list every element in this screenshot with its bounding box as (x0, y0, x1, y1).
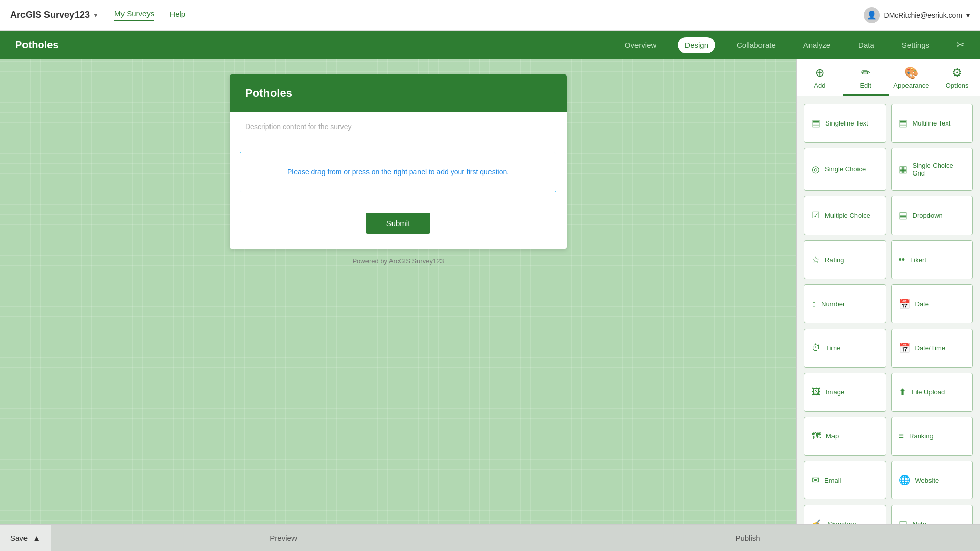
user-menu[interactable]: 👤 DMcRitchie@esriuk.com ▾ (864, 7, 970, 23)
appearance-icon: 🎨 (904, 66, 918, 80)
qtype-label-8: Number (821, 300, 845, 308)
question-type-date[interactable]: 📅Date (891, 284, 973, 323)
qtype-icon-4: ☑ (812, 210, 820, 221)
qtype-icon-16: ✉ (812, 474, 819, 486)
tab-add[interactable]: ⊕ Add (797, 59, 843, 96)
username: DMcRitchie@esriuk.com (884, 11, 962, 19)
qtype-label-6: Rating (825, 256, 844, 264)
tab-options-label: Options (946, 82, 969, 89)
logo-text: ArcGIS Survey123 (10, 10, 90, 20)
qtype-label-15: Ranking (909, 432, 934, 440)
survey-card: Potholes Description content for the sur… (230, 74, 567, 249)
survey-card-header: Potholes (230, 74, 567, 112)
survey-submit-area: Submit (230, 203, 567, 249)
question-type-ranking[interactable]: ≡Ranking (891, 417, 973, 456)
qtype-icon-6: ☆ (812, 254, 820, 265)
submit-button[interactable]: Submit (366, 213, 431, 234)
drop-hint: Please drag from or press on the right p… (287, 168, 509, 176)
tab-appearance-label: Appearance (893, 82, 929, 89)
qtype-icon-13: ⬆ (899, 387, 906, 398)
logo-dropdown-arrow[interactable]: ▼ (93, 12, 99, 19)
qtype-icon-7: •• (899, 255, 905, 265)
save-area[interactable]: Save ▲ (0, 525, 51, 551)
qtype-icon-11: 📅 (899, 342, 910, 354)
bottom-bar: Save ▲ Preview Publish (0, 524, 980, 551)
question-type-date/time[interactable]: 📅Date/Time (891, 329, 973, 368)
options-icon: ⚙ (952, 66, 962, 80)
qtype-icon-2: ◎ (812, 164, 820, 175)
qtype-label-16: Email (824, 477, 841, 484)
app-logo[interactable]: ArcGIS Survey123 ▼ (10, 10, 99, 20)
qtype-label-17: Website (915, 477, 939, 484)
question-type-multiple-choice[interactable]: ☑Multiple Choice (804, 196, 886, 235)
qtype-icon-8: ↕ (812, 298, 816, 309)
survey-card-title: Potholes (245, 87, 292, 99)
survey-title: Potholes (15, 39, 58, 51)
scissors-icon[interactable]: ✂ (956, 39, 965, 51)
top-navigation: ArcGIS Survey123 ▼ My Surveys Help 👤 DMc… (0, 0, 980, 31)
question-type-website[interactable]: 🌐Website (891, 461, 973, 500)
question-type-multiline-text[interactable]: ▤Multiline Text (891, 104, 973, 143)
qtype-icon-5: ▤ (899, 210, 908, 221)
survey-description[interactable]: Description content for the survey (230, 112, 567, 141)
right-panel: ⊕ Add ✏ Edit 🎨 Appearance ⚙ Options ▤Sin… (796, 59, 980, 551)
tab-edit[interactable]: ✏ Edit (843, 59, 889, 96)
question-type-single-choice[interactable]: ◎Single Choice (804, 148, 886, 191)
nav-overview[interactable]: Overview (619, 38, 663, 53)
qtype-icon-9: 📅 (899, 298, 910, 310)
question-type-singleline-text[interactable]: ▤Singleline Text (804, 104, 886, 143)
qtype-icon-17: 🌐 (899, 474, 910, 486)
qtype-icon-0: ▤ (812, 117, 820, 129)
nav-analyze[interactable]: Analyze (797, 38, 837, 53)
qtype-icon-12: 🖼 (812, 387, 821, 397)
nav-design[interactable]: Design (678, 37, 715, 53)
qtype-icon-10: ⏱ (812, 343, 821, 354)
qtype-label-9: Date (915, 300, 929, 308)
survey-drop-zone[interactable]: Please drag from or press on the right p… (240, 152, 556, 192)
question-type-number[interactable]: ↕Number (804, 284, 886, 323)
question-type-map[interactable]: 🗺Map (804, 417, 886, 456)
nav-collaborate[interactable]: Collaborate (730, 38, 782, 53)
tab-options[interactable]: ⚙ Options (934, 59, 980, 96)
question-type-time[interactable]: ⏱Time (804, 329, 886, 368)
qtype-label-14: Map (826, 432, 839, 440)
qtype-icon-15: ≡ (899, 431, 904, 441)
qtype-label-5: Dropdown (913, 212, 943, 219)
right-panel-tabs: ⊕ Add ✏ Edit 🎨 Appearance ⚙ Options (797, 59, 980, 96)
tab-appearance[interactable]: 🎨 Appearance (889, 59, 935, 96)
nav-data[interactable]: Data (852, 38, 880, 53)
qtype-label-10: Time (826, 344, 840, 352)
qtype-icon-1: ▤ (899, 117, 908, 129)
qtype-label-13: File Upload (912, 388, 945, 396)
survey-nav: Overview Design Collaborate Analyze Data… (619, 37, 936, 53)
qtype-label-1: Multiline Text (913, 119, 951, 127)
help-link[interactable]: Help (169, 10, 185, 20)
qtype-label-2: Single Choice (825, 165, 866, 173)
edit-icon: ✏ (861, 66, 870, 80)
publish-button[interactable]: Publish (516, 525, 980, 551)
question-type-email[interactable]: ✉Email (804, 461, 886, 500)
question-type-file-upload[interactable]: ⬆File Upload (891, 373, 973, 412)
main-content: Potholes Description content for the sur… (0, 59, 980, 551)
qtype-icon-3: ▦ (899, 164, 908, 175)
qtype-label-12: Image (826, 388, 844, 396)
survey-toolbar: Potholes Overview Design Collaborate Ana… (0, 31, 980, 59)
question-type-image[interactable]: 🖼Image (804, 373, 886, 412)
nav-settings[interactable]: Settings (896, 38, 936, 53)
question-type-dropdown[interactable]: ▤Dropdown (891, 196, 973, 235)
preview-button[interactable]: Preview (51, 525, 516, 551)
question-type-rating[interactable]: ☆Rating (804, 240, 886, 280)
tab-add-label: Add (814, 82, 825, 89)
qtype-icon-14: 🗺 (812, 431, 821, 441)
user-dropdown-arrow: ▾ (966, 11, 970, 19)
my-surveys-link[interactable]: My Surveys (114, 9, 154, 21)
survey-preview-area: Potholes Description content for the sur… (0, 59, 796, 551)
question-type-single-choice-grid[interactable]: ▦Single Choice Grid (891, 148, 973, 191)
question-type-grid: ▤Singleline Text▤Multiline Text◎Single C… (797, 96, 980, 551)
question-type-likert[interactable]: ••Likert (891, 240, 973, 280)
save-arrow[interactable]: ▲ (33, 534, 40, 542)
powered-by: Powered by ArcGIS Survey123 (352, 257, 444, 265)
qtype-label-7: Likert (910, 256, 926, 264)
tab-edit-label: Edit (860, 82, 871, 89)
qtype-label-3: Single Choice Grid (913, 162, 966, 177)
